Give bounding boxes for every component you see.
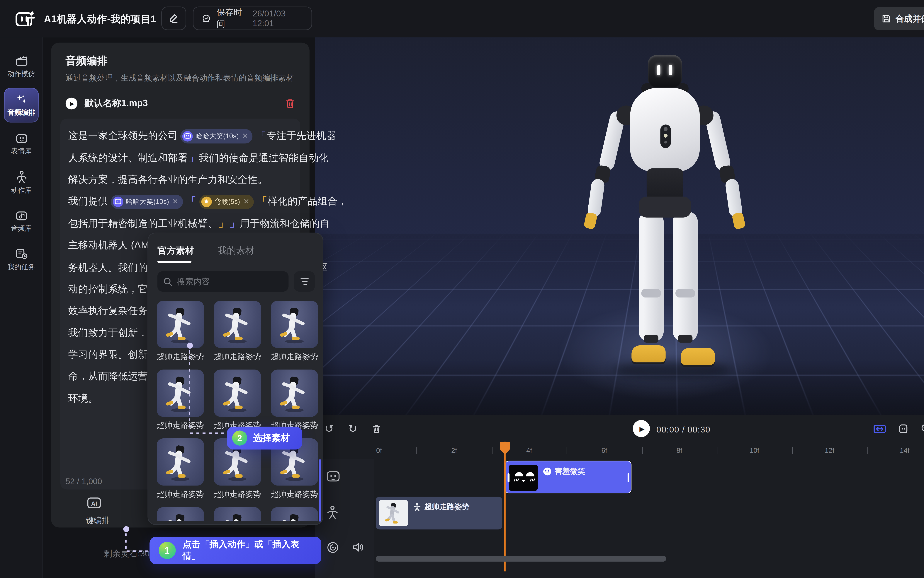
app-logo-icon (14, 9, 36, 29)
clapper-icon (15, 55, 28, 67)
panel-title: 音频编排 (66, 55, 107, 68)
voice-track-icon[interactable] (326, 541, 340, 555)
tag-remove-icon[interactable]: ✕ (243, 197, 249, 206)
sidebar-item-label: 我的任务 (8, 263, 35, 272)
one-click-arrange-button[interactable]: AI 一键编排 (78, 495, 109, 526)
connector-dot-2 (187, 343, 193, 349)
bracket-mark: 」 (189, 152, 198, 164)
material-item[interactable]: 超帅走路姿势 (214, 370, 261, 431)
speaker-icon[interactable] (351, 541, 366, 555)
delete-audio-icon[interactable] (285, 98, 295, 109)
material-item[interactable]: 超帅走路姿势 (271, 370, 318, 431)
robot-model[interactable] (315, 37, 924, 415)
tag-remove-icon[interactable]: ✕ (172, 197, 178, 206)
synthesize-save-label: 合成并保存 (895, 13, 924, 24)
active-tab-underline (158, 261, 192, 262)
sidebar-item-3[interactable]: 表情库 (4, 127, 39, 161)
redo-button[interactable]: ↻ (345, 421, 361, 436)
ruler-label: 10f (750, 446, 759, 454)
transcript-text: 命，从而降低运营成 (68, 371, 158, 383)
sidebar-item-5[interactable]: 音频库 (4, 204, 39, 239)
ruler-tick (642, 447, 643, 454)
expression-clip-label: 害羞微笑 (555, 467, 585, 476)
material-item[interactable]: 超帅走路姿势... (157, 301, 204, 362)
tag-star-icon (201, 196, 212, 207)
search-icon (163, 277, 172, 286)
remaining-gems-label: 剩余灵石:300 (104, 548, 154, 560)
clip-right-handle[interactable] (627, 473, 629, 482)
panel-subtitle: 通过音频处理，生成音频素材以及融合动作和表情的音频编排素材 (66, 73, 294, 84)
material-search-input[interactable] (177, 277, 275, 286)
action-clip[interactable]: 超帅走路姿势 (376, 497, 502, 529)
ruler-label: 6f (601, 446, 607, 454)
material-item[interactable]: 超帅走路姿势 (214, 301, 261, 362)
sidebar-item-2[interactable]: 音频编排 (4, 88, 39, 122)
ruler-tick (792, 447, 793, 454)
sidebar-item-4[interactable]: 动作库 (4, 165, 39, 200)
tab-official-materials[interactable]: 官方素材 (158, 245, 194, 257)
tag-label: 哈哈大笑(10s) (195, 132, 239, 141)
transcript-text: 我们致力于创新，大 (68, 327, 158, 339)
expression-clip[interactable]: 害羞微笑 (505, 461, 631, 494)
playhead[interactable] (504, 442, 506, 572)
expression-tag[interactable]: 哈哈大笑(10s)✕ (111, 195, 183, 209)
action-clip-label: 超帅走路姿势 (424, 502, 470, 512)
expression-track-icon[interactable] (326, 470, 340, 484)
material-thumbnail (157, 370, 204, 417)
sidebar-item-6[interactable]: 我的任务 (4, 242, 39, 277)
zoom-out-button[interactable] (918, 421, 924, 436)
tag-remove-icon[interactable]: ✕ (242, 132, 248, 140)
playback-time: 00:00 / 00:30 (656, 425, 710, 434)
action-track-icon[interactable] (326, 505, 340, 520)
save-time-label: 保存时间 (216, 6, 247, 30)
smiley-icon (543, 467, 551, 476)
ruler-label: 12f (825, 446, 835, 454)
track-view-toggle[interactable] (895, 421, 911, 436)
ruler-tick (717, 447, 717, 454)
viewport-3d[interactable]: Z X Y (315, 37, 924, 415)
action-tag[interactable]: 弯腰(5s)✕ (199, 195, 254, 209)
material-item[interactable]: 超帅走路姿势 (214, 507, 261, 521)
auto-fit-toggle[interactable] (872, 421, 887, 436)
step-1-badge: 1 (159, 542, 176, 559)
material-item[interactable]: 超帅走路姿势 (271, 301, 318, 362)
material-item[interactable]: 超帅走路姿势 (157, 507, 204, 521)
tasks-icon (15, 248, 28, 260)
material-thumbnail (214, 507, 261, 521)
timeline-panel: ↺ ↻ ▶ 00:00 / 00:30 0f2f4f6f8f10f (315, 415, 924, 578)
timeline-horizontal-scrollbar[interactable] (376, 556, 666, 562)
material-label: 超帅走路姿势 (157, 420, 204, 431)
sidebar-item-label: 动作库 (11, 186, 32, 195)
undo-button[interactable]: ↺ (321, 421, 337, 436)
play-button[interactable]: ▶ (633, 420, 650, 437)
ruler-tick (867, 447, 868, 454)
material-item[interactable]: 超帅走路姿势 (157, 370, 204, 431)
material-search-box[interactable] (158, 271, 289, 292)
person-run-icon (413, 503, 421, 511)
tab-my-materials[interactable]: 我的素材 (218, 245, 254, 257)
sidebar-item-label: 音频编排 (8, 108, 35, 117)
rename-project-button[interactable] (161, 6, 186, 30)
synthesize-save-button[interactable]: 合成并保存 (874, 7, 924, 30)
tag-face-icon (182, 131, 193, 141)
material-label: 超帅走路姿势 (214, 489, 261, 500)
sidebar-item-1[interactable]: 动作模仿 (4, 49, 39, 84)
material-item[interactable]: 超帅走路姿势 (271, 507, 318, 521)
transcript-text: 我们的使命是通过智能自动化 (199, 152, 329, 164)
material-filter-button[interactable] (294, 271, 315, 292)
floppy-icon (881, 14, 891, 24)
transcript-text: 解决方案，提高各行各业的生产力和安全性。 (68, 174, 268, 186)
material-item[interactable]: 超帅走路姿势 (157, 438, 204, 500)
audio-play-button[interactable]: ▶ (66, 98, 77, 109)
saved-stamp-icon (201, 13, 211, 24)
expression-tag[interactable]: 哈哈大笑(10s)✕ (181, 129, 253, 143)
ai-icon: AI (86, 495, 102, 511)
bracket-mark: 「 (257, 196, 267, 208)
char-counter: 52 / 1,000 (66, 477, 102, 486)
material-scrollbar[interactable] (319, 459, 321, 521)
delete-clip-button[interactable] (369, 421, 384, 436)
person-icon (15, 170, 27, 183)
timeline-tracks: 害羞微笑 超帅走路姿 (374, 459, 924, 556)
bracket-mark: 「 (256, 130, 266, 142)
clip-left-handle[interactable] (508, 473, 509, 482)
